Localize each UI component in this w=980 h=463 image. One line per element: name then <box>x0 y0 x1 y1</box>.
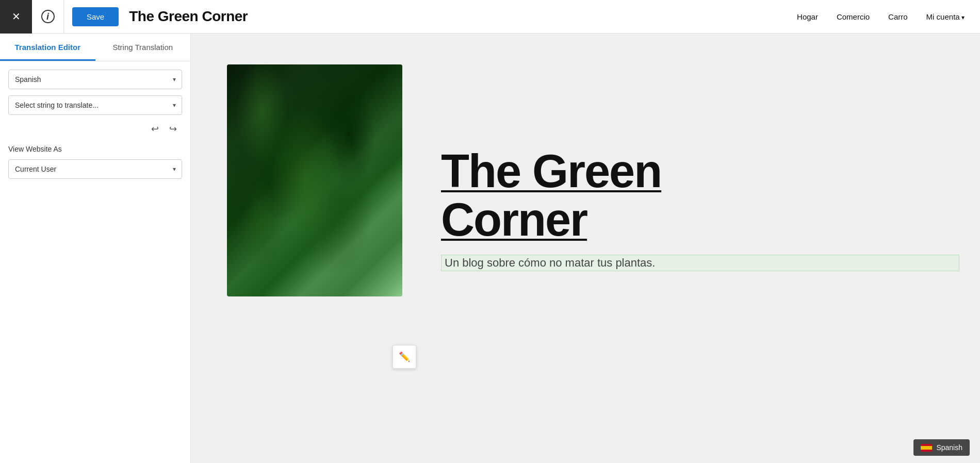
info-button[interactable]: i <box>32 0 64 34</box>
top-nav: Hogar Comercio Carro Mi cuenta <box>797 12 980 21</box>
language-dropdown[interactable]: Spanish <box>8 70 182 89</box>
undo-redo-row: ↩ ↪ <box>8 121 182 137</box>
sidebar: Translation Editor String Translation Sp… <box>0 34 191 463</box>
leaf-image-container: ✏️ <box>227 64 410 353</box>
spanish-badge[interactable]: Spanish <box>913 439 970 456</box>
sidebar-body: Spanish ▾ Select string to translate... … <box>0 61 190 187</box>
nav-item-comercio[interactable]: Comercio <box>837 12 870 21</box>
undo-button[interactable]: ↩ <box>148 121 162 137</box>
main-content: Translation Editor String Translation Sp… <box>0 34 980 463</box>
site-title-area: The Green Corner <box>119 8 797 25</box>
edit-image-button[interactable]: ✏️ <box>393 345 416 369</box>
tab-translation-editor[interactable]: Translation Editor <box>0 34 95 61</box>
string-dropdown-wrapper: Select string to translate... ▾ <box>8 95 182 115</box>
nav-item-micuenta[interactable]: Mi cuenta <box>926 12 965 21</box>
info-icon: i <box>41 10 55 23</box>
nav-item-carro[interactable]: Carro <box>888 12 908 21</box>
pencil-icon: ✏️ <box>399 351 410 362</box>
preview-area: ✏️ The Green Corner Un blog sobre cómo n… <box>191 34 980 463</box>
close-button[interactable]: ✕ <box>0 0 32 34</box>
view-as-dropdown[interactable]: Current User <box>8 159 182 179</box>
view-as-dropdown-wrapper: Current User ▾ <box>8 159 182 179</box>
hero-title: The Green Corner <box>441 147 959 244</box>
language-dropdown-wrapper: Spanish ▾ <box>8 70 182 89</box>
hero-title-line2: Corner <box>441 194 587 245</box>
bottom-bar: Spanish <box>191 432 980 463</box>
save-button[interactable]: Save <box>72 7 119 26</box>
view-website-as-label: View Website As <box>8 145 182 153</box>
nav-item-hogar[interactable]: Hogar <box>797 12 818 21</box>
tabs: Translation Editor String Translation <box>0 34 190 61</box>
hero-subtitle: Un blog sobre cómo no matar tus plantas. <box>441 255 959 271</box>
spanish-badge-label: Spanish <box>936 443 962 452</box>
website-preview: ✏️ The Green Corner Un blog sobre cómo n… <box>191 34 980 463</box>
top-bar: ✕ i Save The Green Corner Hogar Comercio… <box>0 0 980 34</box>
hero-title-line1: The Green <box>441 145 661 197</box>
hero-section: ✏️ The Green Corner Un blog sobre cómo n… <box>191 34 980 384</box>
site-title: The Green Corner <box>129 8 248 25</box>
flag-spanish-icon <box>921 444 932 452</box>
tab-string-translation[interactable]: String Translation <box>95 34 191 61</box>
leaf-image <box>227 64 402 296</box>
close-icon: ✕ <box>12 10 21 23</box>
hero-text: The Green Corner Un blog sobre cómo no m… <box>410 64 959 353</box>
redo-button[interactable]: ↪ <box>166 121 180 137</box>
string-dropdown[interactable]: Select string to translate... <box>8 95 182 115</box>
